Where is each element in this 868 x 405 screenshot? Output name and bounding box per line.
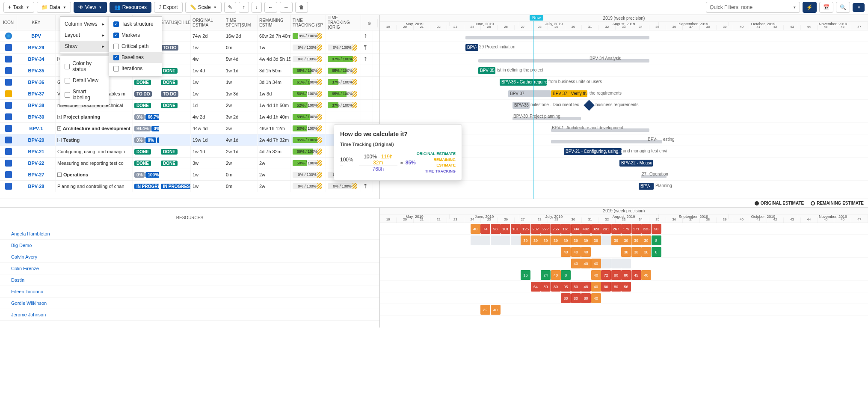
heatmap-cell[interactable]: 40 <box>491 305 501 315</box>
heatmap-cell[interactable]: 179 <box>621 224 631 234</box>
heatmap-cell[interactable]: 40 <box>641 270 651 280</box>
submenu-baselines[interactable]: Baselines <box>109 52 162 63</box>
table-row[interactable]: BPV-1 +Architecture and development 94.4… <box>0 123 379 134</box>
data-button[interactable]: 📁 Data▼ <box>37 2 71 13</box>
gantt-bar[interactable]: BPV- <box>639 183 654 190</box>
table-row[interactable]: BPV-37 Verify that project deliverables … <box>0 88 379 100</box>
collapse-icon[interactable]: ⤒ <box>363 183 368 190</box>
resources-button[interactable]: 👥 Resources <box>110 2 151 13</box>
heatmap-cell[interactable]: 39 <box>591 235 601 245</box>
heatmap-cell[interactable]: 45 <box>631 270 641 280</box>
arrow-left-icon[interactable]: ← <box>264 2 277 13</box>
issue-key[interactable]: BPV-22 <box>28 161 44 166</box>
heatmap-cell[interactable]: 80 <box>611 270 621 280</box>
table-row[interactable]: BPV-21 Configuring, using, and managin D… <box>0 146 379 158</box>
issue-key[interactable]: BPV-1 <box>30 126 43 131</box>
radio-original-estimate[interactable]: ORIGINAL ESTIMATE <box>755 201 804 205</box>
heatmap-cell[interactable]: 125 <box>521 224 530 234</box>
gantt-bar[interactable]: BPV-38 <box>513 102 530 109</box>
gantt-summary-bar[interactable] <box>465 36 649 39</box>
heatmap-cell[interactable]: 39 <box>641 235 651 245</box>
gear-icon[interactable]: ⚙ <box>366 19 378 27</box>
table-row[interactable]: BPV-35 DONE DONE 1w 4d 1w 1d 3d 1h 50m 6… <box>0 65 379 77</box>
heatmap-cell[interactable]: 64 <box>531 282 541 292</box>
table-row[interactable]: BPV-36 Gather requirements fr DONE DONE … <box>0 77 379 88</box>
heatmap-cell[interactable]: 323 <box>591 224 601 234</box>
gantt-summary-bar[interactable] <box>478 59 649 63</box>
heatmap-cell[interactable]: 101 <box>511 224 521 234</box>
heatmap-cell[interactable]: 161 <box>561 224 571 234</box>
heatmap-cell[interactable]: 8 <box>561 270 571 280</box>
more-dropdown-icon[interactable]: ▼ <box>853 3 865 12</box>
heatmap-cell[interactable]: 40 <box>581 259 591 268</box>
submenu-markers[interactable]: Markers <box>109 30 162 41</box>
heatmap-cell[interactable]: 24 <box>541 270 551 280</box>
heatmap-cell[interactable]: 40 <box>471 224 480 234</box>
heatmap-cell[interactable]: 267 <box>611 224 621 234</box>
issue-key[interactable]: BPV-29 <box>28 45 44 50</box>
heatmap-cell[interactable]: 80 <box>581 293 591 303</box>
expander-icon[interactable]: - <box>57 138 62 142</box>
heatmap-cell[interactable]: 101 <box>501 224 510 234</box>
bolt-icon[interactable]: ⚡ <box>803 2 817 13</box>
heatmap-cell[interactable]: 235 <box>641 224 651 234</box>
resource-row[interactable]: Colin Firenze <box>0 263 379 274</box>
collapse-icon[interactable]: ⤒ <box>363 56 368 63</box>
heatmap-cell[interactable] <box>501 235 510 245</box>
gantt-bar[interactable]: BPV- <box>465 44 478 51</box>
table-row[interactable]: BPV-34 + 103 4w 5w 4d 4w 4d 3d 5h 15m 0%… <box>0 54 379 65</box>
heatmap-cell[interactable]: 40 <box>571 247 581 257</box>
collapse-icon[interactable]: ⤒ <box>363 33 368 39</box>
heatmap-cell[interactable]: 32 <box>480 305 490 315</box>
gantt-bar[interactable]: BPV-22 - Measu <box>619 160 653 167</box>
heatmap-cell[interactable] <box>471 235 480 245</box>
heatmap-cell[interactable]: 39 <box>621 235 631 245</box>
expander-icon[interactable]: + <box>57 126 61 131</box>
col-orig-estimate[interactable]: ORIGINAL ESTIMA <box>191 15 224 30</box>
heatmap-cell[interactable]: 39 <box>611 235 621 245</box>
heatmap-cell[interactable]: 38 <box>631 247 641 257</box>
heatmap-cell[interactable]: 277 <box>541 224 551 234</box>
heatmap-cell[interactable] <box>601 259 611 268</box>
heatmap-cell[interactable]: 40 <box>591 282 601 292</box>
heatmap-cell[interactable]: 237 <box>531 224 541 234</box>
issue-key[interactable]: BPV-37 <box>28 91 44 96</box>
quick-filter-dropdown[interactable]: Quick Filters: none▼ <box>706 2 800 13</box>
heatmap-cell[interactable]: 40 <box>581 247 591 257</box>
heatmap-cell[interactable]: 402 <box>581 224 591 234</box>
gantt-summary-bar[interactable] <box>551 140 662 143</box>
gantt-bar[interactable]: BPV-36 - Gather requireme <box>500 79 547 86</box>
heatmap-cell[interactable]: 255 <box>551 224 561 234</box>
issue-key[interactable]: BPV-21 <box>28 149 44 154</box>
heatmap-cell[interactable]: 39 <box>541 235 551 245</box>
issue-key[interactable]: BPV-38 <box>28 103 44 108</box>
radio-remaining-estimate[interactable]: REMAINING ESTIMATE <box>811 201 864 205</box>
arrow-right-icon[interactable]: → <box>280 2 293 13</box>
search-icon[interactable]: 🔍 <box>836 2 850 13</box>
table-row[interactable]: BPV-28 Planning and controlling of chan … <box>0 181 379 192</box>
col-remaining[interactable]: REMAINING ESTIM <box>258 15 291 30</box>
heatmap-cell[interactable]: 40 <box>591 270 601 280</box>
expander-icon[interactable]: - <box>57 173 62 177</box>
heatmap-cell[interactable]: 56 <box>621 282 631 292</box>
collapse-icon[interactable]: ⤒ <box>363 44 368 51</box>
table-row[interactable]: BPV-22 Measuring and reporting test co D… <box>0 158 379 169</box>
issue-key[interactable]: BPV-30 <box>28 114 44 119</box>
heatmap-cell[interactable]: 74 <box>480 224 490 234</box>
heatmap-cell[interactable]: 80 <box>551 282 561 292</box>
issue-key[interactable]: BPV-36 <box>28 80 44 85</box>
table-row[interactable]: BPV-38 milestone - Document technical DO… <box>0 100 379 111</box>
table-row[interactable]: BPV-29 TO DO TO DO 1w 0m 1w 0% / 100% 0%… <box>0 42 379 54</box>
heatmap-cell[interactable]: 80 <box>561 293 571 303</box>
heatmap-cell[interactable]: 48 <box>581 282 591 292</box>
heatmap-cell[interactable]: 80 <box>601 282 611 292</box>
submenu-task-structure[interactable]: Task structure <box>109 18 162 30</box>
heatmap-cell[interactable]: 16 <box>521 270 530 280</box>
heatmap-cell[interactable]: 38 <box>621 247 631 257</box>
table-row[interactable]: BPV-27 -Operations 0%100%010 1w 0m 2w 0%… <box>0 169 379 181</box>
resource-row[interactable]: Big Demo <box>0 240 379 251</box>
expander-icon[interactable]: + <box>57 115 62 119</box>
issue-key[interactable]: BPV-34 <box>28 57 44 62</box>
menu-layout[interactable]: Layout▸ <box>60 30 109 41</box>
task-button[interactable]: + Task▼ <box>3 2 34 13</box>
